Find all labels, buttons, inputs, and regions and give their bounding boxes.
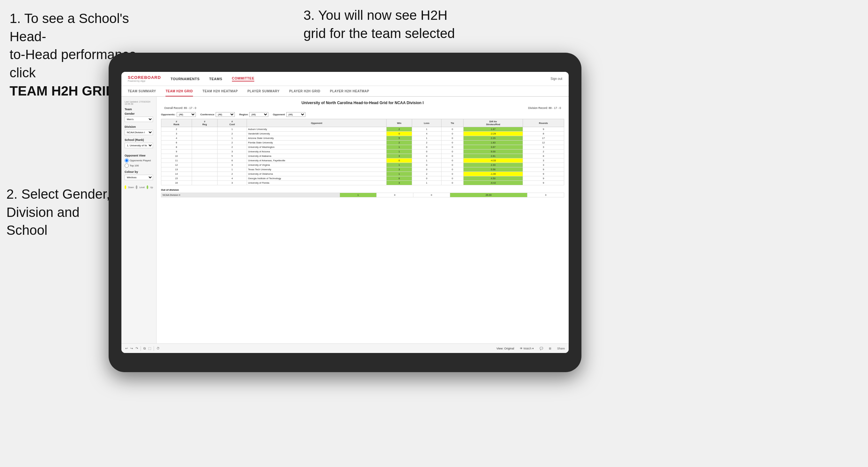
tab-player-summary[interactable]: PLAYER SUMMARY	[247, 86, 280, 96]
legend-up-label: Up	[150, 186, 153, 188]
nav-teams[interactable]: TEAMS	[209, 77, 222, 81]
table-row: 13 1 Texas Tech University 3 0 0 5.56 9	[161, 167, 564, 172]
cell-conf: 1	[218, 167, 247, 172]
cell-rank: 3	[161, 132, 192, 136]
opponent-filter-select[interactable]: (All)	[286, 112, 305, 117]
cell-conf: 3	[218, 163, 247, 167]
view-label: View: Original	[496, 347, 514, 350]
redo-icon[interactable]: ↪	[130, 347, 133, 350]
nav-committee[interactable]: COMMITTEE	[232, 76, 255, 82]
cell-rounds: 17	[523, 136, 564, 141]
cell-opponent: Auburn University	[247, 127, 386, 132]
cell-tie: 0	[441, 136, 464, 141]
clock-icon[interactable]: ⏱	[157, 347, 160, 350]
legend-level-circle	[136, 185, 137, 189]
conference-filter-select[interactable]: (All)	[216, 112, 235, 117]
cell-win: 2	[386, 127, 412, 132]
table-row: 3 2 Vanderbilt University 0 4 0 -2.29 8	[161, 132, 564, 136]
logo-sub: Powered by clippi	[128, 80, 161, 82]
tab-player-h2h-heatmap[interactable]: PLAYER H2H HEATMAP	[330, 86, 369, 96]
cell-rank: 12	[161, 163, 192, 167]
paste-icon[interactable]: ⬚	[148, 347, 151, 350]
view-original[interactable]: View: Original	[496, 347, 514, 350]
present-button[interactable]: ⊞	[549, 347, 551, 350]
cell-win: 1	[386, 172, 412, 176]
cell-opponent: Vanderbilt University	[247, 132, 386, 136]
cell-loss: 0	[412, 145, 441, 150]
sign-out[interactable]: Sign out	[551, 77, 562, 81]
tab-team-h2h-grid[interactable]: TEAM H2H GRID	[165, 86, 193, 96]
cell-diff: 5.56	[464, 167, 523, 172]
comment-button[interactable]: 💬	[539, 347, 543, 350]
cell-opponent: University of Washington	[247, 145, 386, 150]
colour-by-select[interactable]: Win/loss	[125, 175, 153, 180]
sidebar: Last Updated: 27/03/2024 16:55:38 Team G…	[121, 97, 157, 343]
cell-win: 0	[386, 132, 412, 136]
tab-player-h2h-grid[interactable]: PLAYER H2H GRID	[289, 86, 320, 96]
cell-reg	[192, 181, 218, 185]
cell-reg	[192, 141, 218, 145]
nav-tournaments[interactable]: TOURNAMENTS	[170, 77, 200, 81]
annotation-2: 2. Select Gender, Division and School	[6, 185, 110, 240]
cell-reg	[192, 176, 218, 181]
tab-team-h2h-heatmap[interactable]: TEAM H2H HEATMAP	[203, 86, 238, 96]
cell-rank: 4	[161, 136, 192, 141]
cell-loss: 2	[412, 141, 441, 145]
nav-bar: SCOREBOARD Powered by clippi TOURNAMENTS…	[121, 72, 569, 86]
ann1-line1: 1. To see a School's Head-	[9, 11, 129, 44]
cell-win: 3	[386, 167, 412, 172]
logo-area: SCOREBOARD Powered by clippi	[128, 75, 161, 82]
cell-win: 6	[386, 176, 412, 181]
grid-area: University of North Carolina Head-to-Hea…	[157, 97, 569, 343]
cell-tie: 0	[441, 127, 464, 132]
cell-diff: 2.33	[464, 163, 523, 167]
grid-title: University of North Carolina Head-to-Hea…	[161, 101, 564, 105]
table-row: 14 2 University of Oklahoma 1 2 0 -1.00 …	[161, 172, 564, 176]
cell-diff: 9.00	[464, 150, 523, 154]
cell-tie: 0	[441, 154, 464, 158]
forward-icon[interactable]: ↷	[135, 347, 138, 350]
cell-loss: 4	[412, 132, 441, 136]
table-row: 6 2 Florida State University 2 2 0 1.83 …	[161, 141, 564, 145]
legend: Down Level Up	[125, 185, 153, 189]
cell-diff: -2.29	[464, 132, 523, 136]
cell-opponent: Georgia Institute of Technology	[247, 176, 386, 181]
share-button[interactable]: Share	[557, 347, 565, 350]
region-filter: Region (All)	[239, 112, 268, 117]
cell-tie: 0	[441, 172, 464, 176]
cell-conf: 4	[218, 176, 247, 181]
cell-diff: -6.42	[464, 181, 523, 185]
table-row: 8 2 University of Washington 1 0 0 3.67 …	[161, 145, 564, 150]
cell-reg	[192, 158, 218, 163]
opponents-filter-select[interactable]: (All)	[177, 112, 196, 117]
cell-conf: 1	[218, 136, 247, 141]
cell-rounds: 3	[523, 158, 564, 163]
cell-diff: 1.67	[464, 127, 523, 132]
copy-icon[interactable]: ⧉	[144, 347, 146, 350]
division-select[interactable]: NCAA Division I	[125, 130, 153, 135]
cell-win: 1	[386, 150, 412, 154]
tab-team-summary[interactable]: TEAM SUMMARY	[128, 86, 156, 96]
cell-conf: 2	[218, 145, 247, 150]
cell-loss: 1	[412, 136, 441, 141]
col-win: Win	[386, 119, 412, 127]
region-filter-select[interactable]: (All)	[249, 112, 268, 117]
cell-opponent: Florida State University	[247, 141, 386, 145]
radio-opponents-played[interactable]: Opponents Played	[125, 158, 153, 163]
school-label: School (Rank)	[125, 138, 153, 142]
cell-diff: 2.61	[464, 154, 523, 158]
cell-loss: 1	[412, 181, 441, 185]
cell-rank: 6	[161, 141, 192, 145]
school-select[interactable]: 1. University of North...	[125, 143, 153, 148]
radio-top100[interactable]: Top 100	[125, 163, 153, 168]
table-row: 4 1 Arizona State University 5 1 0 2.29 …	[161, 136, 564, 141]
watch-button[interactable]: 👁 Watch ▾	[520, 347, 534, 350]
gender-select[interactable]: Men's	[125, 117, 153, 122]
cell-loss: 0	[412, 163, 441, 167]
cell-reg	[192, 167, 218, 172]
cell-conf: 2	[218, 172, 247, 176]
out-of-division-label: Out of division	[161, 188, 564, 191]
undo-icon[interactable]: ↩	[125, 347, 128, 350]
ann2-line3: School	[6, 223, 47, 238]
ood-loss: 0	[376, 193, 413, 197]
